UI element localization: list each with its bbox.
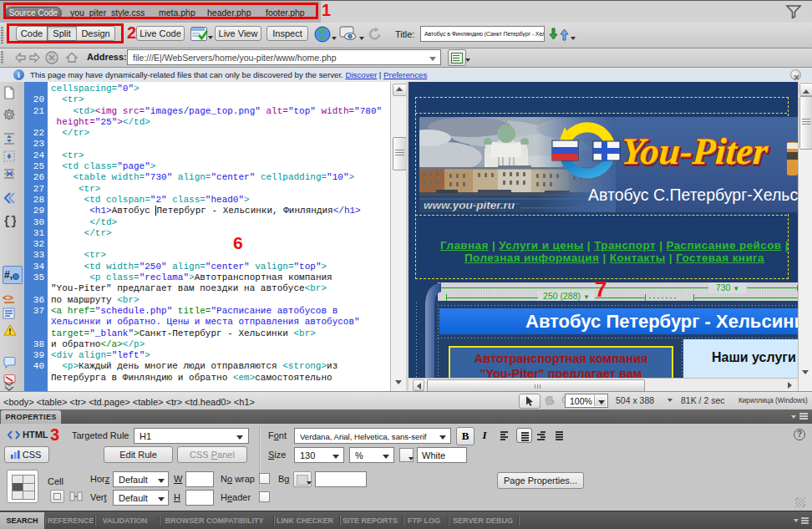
svg-text:#,: #, — [4, 269, 13, 281]
svg-text:{}: {} — [3, 215, 16, 227]
svg-text:www.you-piter.ru: www.you-piter.ru — [424, 199, 515, 211]
svg-text:<>: <> — [3, 292, 13, 303]
svg-text:You-Piter: You-Piter — [620, 130, 769, 172]
svg-text:Автобус С.Петербург-Хельсинки: Автобус С.Петербург-Хельсинки — [588, 186, 798, 204]
